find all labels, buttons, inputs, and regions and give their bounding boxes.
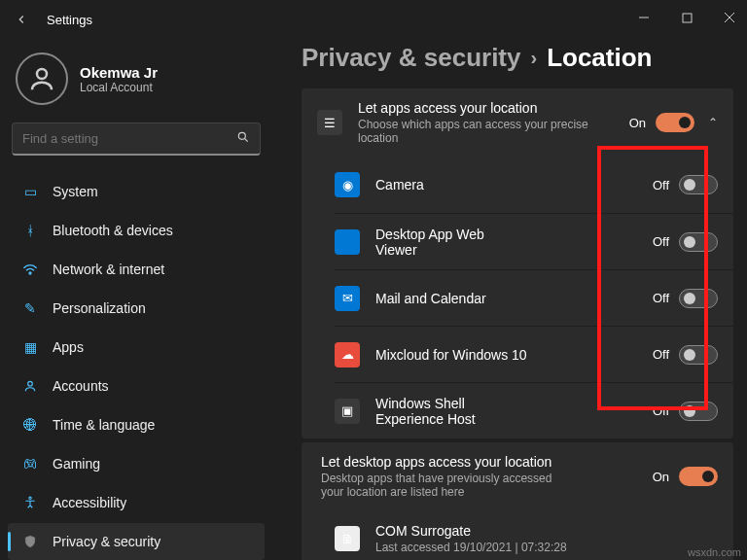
close-button[interactable]: [718, 6, 741, 29]
apps-icon: ▦: [21, 338, 39, 356]
profile-block[interactable]: Okemwa Jr Local Account: [8, 49, 265, 122]
app-row-desktop-web-viewer: Desktop App Web Viewer Off: [335, 213, 733, 269]
sidebar-item-privacy[interactable]: Privacy & security: [8, 523, 265, 560]
back-button[interactable]: [10, 8, 33, 31]
sidebar-item-system[interactable]: ▭System: [8, 173, 265, 210]
search-input[interactable]: [22, 131, 236, 146]
shell-icon: ▣: [335, 399, 360, 424]
profile-name: Okemwa Jr: [80, 64, 158, 81]
mixcloud-icon: ☁: [335, 342, 360, 368]
sidebar-item-network[interactable]: Network & internet: [8, 251, 265, 288]
app-name: COM Surrogate: [375, 523, 718, 539]
svg-line-6: [245, 139, 248, 142]
brush-icon: ✎: [21, 299, 39, 317]
app-toggle-mixcloud[interactable]: [679, 345, 718, 365]
desktop-app-row: 🗎 COM Surrogate Last accessed 19/10/2021…: [335, 510, 733, 560]
app-name: Camera: [375, 177, 653, 192]
row-subtitle: Choose which apps can access your precis…: [358, 118, 591, 145]
toggle-state: Off: [653, 291, 669, 305]
toggle-state: On: [629, 116, 646, 130]
sidebar-item-personalization[interactable]: ✎Personalization: [8, 290, 265, 327]
chevron-up-icon[interactable]: ⌃: [708, 116, 718, 129]
sidebar-item-label: Apps: [53, 339, 84, 355]
sidebar-item-accounts[interactable]: Accounts: [8, 368, 265, 404]
accessibility-icon: [21, 494, 39, 511]
apps-location-toggle[interactable]: [656, 113, 694, 132]
sidebar-item-label: Personalization: [53, 300, 146, 316]
sidebar-item-label: Time & language: [53, 417, 155, 433]
app-toggle-camera[interactable]: [679, 175, 718, 194]
toggle-state: On: [653, 470, 669, 484]
svg-point-8: [28, 381, 33, 386]
breadcrumb-current: Location: [547, 43, 652, 73]
avatar: [16, 52, 68, 105]
breadcrumb: Privacy & security › Location: [302, 43, 733, 73]
sidebar-item-label: System: [53, 184, 98, 199]
sidebar-item-time[interactable]: 🌐︎Time & language: [8, 406, 265, 443]
row-title: Let apps access your location: [358, 100, 629, 116]
svg-point-5: [238, 132, 245, 139]
shield-icon: [21, 533, 39, 550]
toggle-state: Off: [653, 347, 669, 362]
file-icon: 🗎: [335, 526, 360, 551]
maximize-button[interactable]: [675, 6, 698, 29]
app-icon: [335, 229, 360, 255]
sidebar-item-label: Privacy & security: [53, 534, 160, 549]
list-icon: ☰: [317, 110, 342, 135]
watermark: wsxdn.com: [688, 546, 741, 558]
app-name: Mixcloud for Windows 10: [375, 347, 531, 363]
app-row-mixcloud: ☁ Mixcloud for Windows 10 Off: [335, 326, 733, 382]
svg-point-4: [37, 69, 47, 79]
apps-location-header[interactable]: ☰ Let apps access your location Choose w…: [302, 88, 733, 157]
app-row-shell-host: ▣ Windows Shell Experience Host Off: [335, 382, 733, 438]
app-toggle-desktop-web-viewer[interactable]: [679, 232, 718, 252]
app-toggle-mail[interactable]: [679, 289, 718, 308]
profile-subtitle: Local Account: [80, 81, 158, 94]
sidebar-item-label: Accounts: [53, 378, 109, 394]
sidebar-item-label: Gaming: [53, 456, 100, 472]
minimize-button[interactable]: [632, 6, 656, 29]
wifi-icon: [21, 261, 39, 278]
svg-point-9: [29, 497, 31, 499]
sidebar-item-gaming[interactable]: 🎮︎Gaming: [8, 445, 265, 482]
toggle-state: Off: [653, 178, 669, 192]
row-title: Let desktop apps access your location: [321, 454, 574, 470]
app-sub: Last accessed 19/10/2021 | 07:32:28: [375, 541, 609, 554]
sidebar-item-apps[interactable]: ▦Apps: [8, 329, 265, 366]
svg-point-7: [29, 272, 31, 274]
app-name: Desktop App Web Viewer: [375, 227, 521, 258]
person-icon: [21, 377, 39, 395]
app-toggle-shell-host[interactable]: [679, 402, 718, 421]
window-title: Settings: [47, 13, 92, 27]
camera-icon: ◉: [335, 172, 360, 197]
sidebar-item-accessibility[interactable]: Accessibility: [8, 484, 265, 521]
gamepad-icon: 🎮︎: [21, 455, 39, 472]
search-icon: [236, 130, 250, 147]
sidebar-item-label: Bluetooth & devices: [53, 223, 173, 238]
globe-icon: 🌐︎: [21, 416, 39, 434]
sidebar-item-label: Network & internet: [53, 262, 164, 277]
svg-rect-1: [683, 14, 692, 22]
row-subtitle: Desktop apps that have previously access…: [321, 472, 554, 499]
app-name: Mail and Calendar: [375, 291, 653, 306]
app-row-camera: ◉ Camera Off: [335, 157, 733, 213]
search-input-container[interactable]: [12, 122, 261, 156]
app-row-mail: ✉ Mail and Calendar Off: [335, 269, 733, 326]
breadcrumb-parent[interactable]: Privacy & security: [302, 43, 520, 73]
system-icon: ▭: [21, 183, 39, 200]
toggle-state: Off: [653, 403, 669, 418]
sidebar-item-bluetooth[interactable]: ᚼBluetooth & devices: [8, 212, 265, 249]
chevron-right-icon: ›: [530, 47, 537, 69]
desktop-apps-location-toggle[interactable]: [679, 467, 718, 486]
toggle-state: Off: [653, 234, 669, 249]
mail-icon: ✉: [335, 286, 360, 311]
bluetooth-icon: ᚼ: [21, 222, 39, 239]
app-name: Windows Shell Experience Host: [375, 396, 531, 427]
sidebar-item-label: Accessibility: [53, 495, 126, 510]
desktop-apps-location-row[interactable]: Let desktop apps access your location De…: [302, 442, 733, 510]
